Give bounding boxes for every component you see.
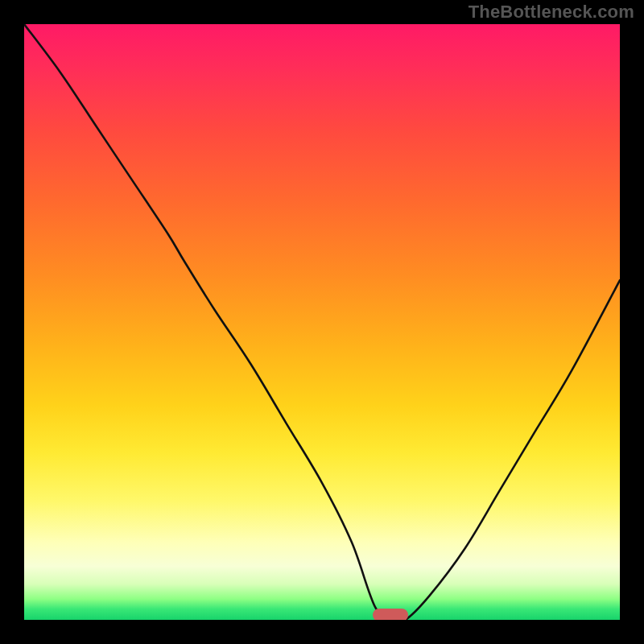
- curve-path: [24, 24, 620, 620]
- watermark-text: TheBottleneck.com: [469, 2, 634, 23]
- chart-frame: TheBottleneck.com: [0, 0, 644, 644]
- plot-area: [24, 24, 620, 620]
- bottleneck-curve: [24, 24, 620, 620]
- optimum-marker: [373, 609, 408, 620]
